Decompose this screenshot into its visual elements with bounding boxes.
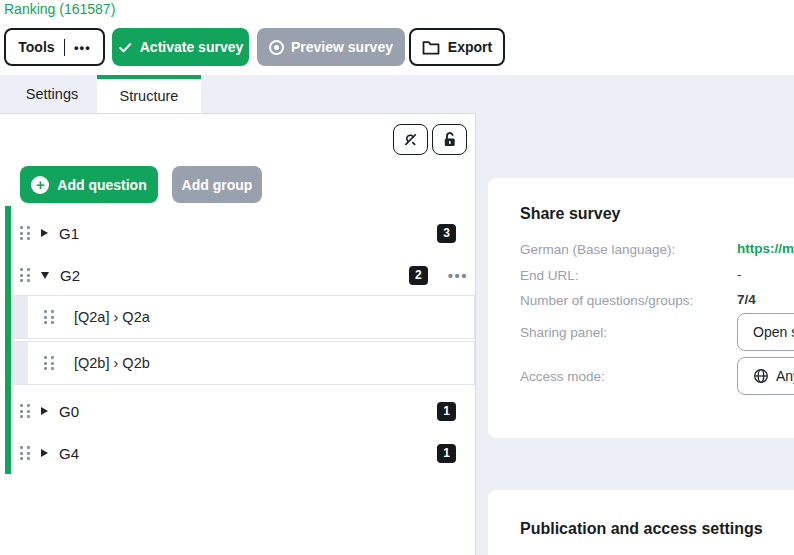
group-label: G2 [60, 267, 80, 284]
question-label: [Q2a] › Q2a [74, 309, 150, 325]
open-sharing-panel-button[interactable]: Open s [737, 313, 794, 351]
group-row-g2[interactable]: G2 2 ••• [14, 255, 476, 295]
globe-icon [753, 368, 769, 384]
page-title: Ranking (161587) [4, 1, 115, 17]
preview-survey-button[interactable]: Preview survey [257, 28, 405, 66]
check-icon [118, 40, 133, 55]
add-question-label: Add question [57, 177, 146, 193]
folder-icon [422, 40, 440, 55]
open-sharing-panel-label: Open s [753, 324, 794, 340]
group-label: G4 [59, 445, 79, 462]
publication-panel: Publication and access settings [488, 490, 794, 555]
drag-handle-icon[interactable] [20, 446, 30, 460]
activate-survey-button[interactable]: Activate survey [112, 28, 249, 66]
tab-structure-label: Structure [120, 88, 179, 104]
caret-right-icon[interactable] [41, 449, 48, 457]
access-mode-button[interactable]: Any [737, 357, 794, 395]
questions-groups-label: Number of questions/groups: [520, 293, 693, 308]
panel-title: Share survey [520, 205, 621, 223]
sharing-panel-label: Sharing panel: [520, 325, 607, 340]
group-label: G1 [59, 225, 79, 242]
preview-survey-label: Preview survey [291, 39, 393, 55]
group-row-g1[interactable]: G1 3 [14, 213, 476, 253]
question-count-badge: 1 [437, 402, 456, 421]
drag-handle-icon[interactable] [20, 226, 30, 240]
questions-groups-value: 7/4 [737, 292, 756, 307]
access-mode-value: Any [776, 368, 794, 384]
group-row-g4[interactable]: G4 1 [14, 433, 476, 473]
question-count-badge: 3 [437, 224, 456, 243]
add-question-button[interactable]: + Add question [20, 166, 158, 203]
group-row-g0[interactable]: G0 1 [14, 391, 476, 431]
question-row-q2b[interactable]: [Q2b] › Q2b [12, 341, 475, 385]
ellipsis-icon: ••• [74, 40, 91, 55]
drag-handle-icon[interactable] [20, 404, 30, 418]
plus-icon: + [31, 176, 49, 194]
tabs-strip: Settings Structure [0, 75, 794, 113]
limesurvey-app: Ranking (161587) Tools ••• Activate surv… [0, 0, 794, 555]
activate-survey-label: Activate survey [140, 39, 244, 55]
tab-settings[interactable]: Settings [10, 75, 94, 113]
question-count-badge: 1 [437, 444, 456, 463]
preview-icon [269, 40, 284, 55]
tab-structure[interactable]: Structure [97, 75, 201, 113]
base-language-link[interactable]: https://m [737, 241, 794, 256]
export-button[interactable]: Export [409, 28, 505, 66]
drag-handle-icon[interactable] [44, 356, 54, 370]
active-group-indicator [5, 206, 11, 474]
group-menu-button[interactable]: ••• [448, 268, 468, 283]
end-url-label: End URL: [520, 268, 579, 283]
unlink-icon [402, 131, 419, 148]
tab-settings-label: Settings [26, 86, 78, 102]
panel-title: Publication and access settings [520, 520, 763, 538]
tools-button[interactable]: Tools ••• [4, 28, 105, 66]
question-label: [Q2b] › Q2b [74, 355, 150, 371]
divider [64, 39, 66, 56]
question-row-q2a[interactable]: [Q2a] › Q2a [12, 295, 475, 339]
caret-right-icon[interactable] [41, 229, 48, 237]
indent-strip [13, 296, 28, 338]
share-survey-panel: Share survey German (Base language): htt… [488, 178, 794, 438]
add-group-button[interactable]: Add group [172, 166, 262, 203]
drag-handle-icon[interactable] [44, 310, 54, 324]
unlock-button[interactable] [432, 124, 467, 155]
open-lock-icon [441, 131, 458, 148]
add-group-label: Add group [182, 177, 253, 193]
export-label: Export [448, 39, 492, 55]
drag-handle-icon[interactable] [20, 268, 30, 282]
end-url-value: - [737, 267, 742, 282]
indent-strip [13, 342, 28, 384]
question-count-badge: 2 [409, 266, 428, 285]
access-mode-label: Access mode: [520, 369, 605, 384]
base-language-label: German (Base language): [520, 242, 675, 257]
unlink-button[interactable] [393, 124, 428, 155]
tools-button-label: Tools [18, 39, 54, 55]
structure-panel: + Add question Add group G1 3 G2 2 ••• [… [0, 113, 476, 555]
caret-down-icon[interactable] [41, 272, 49, 279]
caret-right-icon[interactable] [41, 407, 48, 415]
group-label: G0 [59, 403, 79, 420]
